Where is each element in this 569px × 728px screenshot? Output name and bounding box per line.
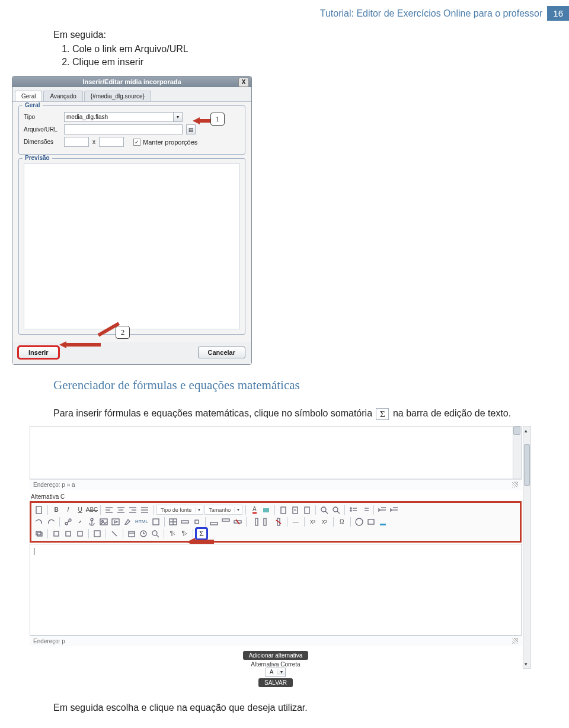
scroll-up-icon[interactable]: ▴ — [525, 428, 528, 434]
resize-handle-icon[interactable] — [512, 482, 518, 488]
media2-icon[interactable] — [366, 517, 376, 527]
table-icon[interactable] — [168, 517, 178, 527]
arquivo-url-input[interactable] — [64, 124, 183, 134]
tipo-select[interactable]: ▾ — [64, 112, 183, 122]
cancelar-button[interactable]: Cancelar — [198, 347, 245, 358]
layer-icon[interactable] — [34, 528, 44, 539]
superscript-icon[interactable]: x2 — [319, 517, 330, 527]
dim-height-input[interactable] — [99, 137, 124, 147]
editor-lower-textarea[interactable] — [30, 544, 522, 636]
attribs-icon[interactable] — [92, 528, 103, 539]
layer-back-icon[interactable] — [63, 528, 73, 539]
intro-step-2: Clique em inserir — [72, 57, 539, 68]
image-icon[interactable] — [98, 517, 109, 527]
tipo-value[interactable] — [64, 112, 173, 122]
text-color-icon[interactable]: A — [249, 505, 260, 515]
media-dialog-wrap: Inserir/Editar mídia incorporada X Geral… — [12, 76, 252, 365]
tab-source[interactable]: {#media_dlg.source} — [84, 91, 151, 101]
anchor-icon[interactable] — [87, 517, 97, 527]
close-button[interactable]: X — [238, 78, 249, 87]
code-icon[interactable] — [151, 517, 161, 527]
layer-forward-icon[interactable] — [51, 528, 62, 539]
outer-scrollbar[interactable]: ▴ ▾ — [523, 426, 531, 669]
hr-icon[interactable]: — — [290, 517, 301, 527]
bold-icon[interactable]: B — [51, 505, 62, 515]
col-after-icon[interactable] — [261, 517, 272, 527]
bg-color-icon[interactable] — [261, 505, 271, 515]
toolbar-row-3: ¶‹ ¶› Σ — [34, 528, 517, 540]
indent-icon[interactable] — [389, 505, 399, 515]
ltr-icon[interactable]: ¶‹ — [167, 528, 178, 539]
dim-width-input[interactable] — [64, 137, 89, 147]
align-left-icon[interactable] — [104, 505, 114, 515]
alt-correct-select[interactable]: A ▾ — [266, 668, 286, 677]
table-cell-icon[interactable] — [191, 517, 202, 527]
media-icon[interactable] — [110, 517, 121, 527]
row-before-icon[interactable] — [209, 517, 219, 527]
editor-upper-textarea[interactable] — [30, 426, 522, 479]
omega-icon[interactable]: Ω — [337, 517, 347, 527]
resize-handle-icon[interactable] — [512, 638, 518, 644]
add-alternative-button[interactable]: Adicionar alternativa — [243, 651, 309, 660]
manter-checkbox[interactable]: ✓ — [133, 139, 140, 146]
tab-avancado[interactable]: Avançado — [43, 91, 82, 101]
scroll-down-icon[interactable]: ▾ — [525, 661, 528, 667]
row-after-icon[interactable] — [220, 517, 231, 527]
svg-rect-64 — [94, 531, 100, 537]
paste-icon[interactable] — [278, 505, 289, 515]
emoticon-icon[interactable] — [354, 517, 365, 527]
svg-marker-41 — [114, 521, 117, 523]
browse-icon[interactable]: ▤ — [186, 124, 196, 134]
styleprops-icon[interactable] — [109, 528, 120, 539]
label-dimensoes: Dimensões — [24, 139, 60, 145]
number-list-icon[interactable] — [360, 505, 370, 515]
layer-abs-icon[interactable] — [75, 528, 85, 539]
align-justify-icon[interactable] — [139, 505, 150, 515]
inserir-button[interactable]: Inserir — [18, 347, 59, 358]
font-family-dropdown[interactable]: Tipo de fonte▾ — [156, 505, 203, 515]
cleanup-icon[interactable] — [122, 517, 133, 527]
paste-word-icon[interactable] — [302, 505, 312, 515]
outdent-icon[interactable] — [377, 505, 388, 515]
arrow-stem — [199, 119, 210, 123]
fieldset-previsao: Previsão — [18, 158, 245, 335]
align-right-icon[interactable] — [127, 505, 138, 515]
svg-marker-30 — [379, 509, 381, 511]
italic-icon[interactable]: I — [63, 505, 73, 515]
table-row-icon[interactable] — [180, 517, 190, 527]
col-before-icon[interactable] — [250, 517, 260, 527]
svg-point-20 — [333, 507, 338, 512]
editor-screenshot: Endereço: p » a Alternativa C B I U ABC … — [30, 426, 522, 688]
chevron-down-icon[interactable]: ▾ — [173, 112, 183, 122]
replace-icon[interactable] — [331, 505, 341, 515]
new-doc-icon[interactable] — [34, 505, 44, 515]
subscript-icon[interactable]: x2 — [308, 517, 318, 527]
underline-icon[interactable]: U — [75, 505, 85, 515]
col-delete-icon[interactable] — [273, 517, 284, 527]
tab-geral[interactable]: Geral — [15, 91, 42, 101]
link-icon[interactable] — [63, 517, 73, 527]
paste-text-icon[interactable] — [290, 505, 301, 515]
strikethrough-icon[interactable]: ABC — [87, 505, 97, 515]
bullet-list-icon[interactable] — [348, 505, 359, 515]
salvar-button[interactable]: SALVAR — [258, 678, 293, 687]
undo-icon[interactable] — [34, 517, 44, 527]
scrollbar-thumb[interactable] — [524, 444, 530, 486]
unlink-icon[interactable] — [75, 517, 85, 527]
time-icon[interactable] — [138, 528, 149, 539]
font-size-dropdown[interactable]: Tamanho▾ — [204, 505, 242, 515]
text-color2-icon[interactable] — [378, 517, 388, 527]
preview-icon[interactable] — [150, 528, 161, 539]
scrollbar-track[interactable] — [513, 426, 521, 479]
row-delete-icon[interactable] — [232, 517, 243, 527]
scrollbar-thumb[interactable] — [513, 426, 520, 435]
chevron-down-icon[interactable]: ▾ — [277, 669, 285, 675]
svg-rect-60 — [37, 533, 42, 536]
svg-point-24 — [350, 510, 351, 511]
align-center-icon[interactable] — [116, 505, 126, 515]
redo-icon[interactable] — [46, 517, 56, 527]
find-icon[interactable] — [319, 505, 330, 515]
html-icon[interactable]: HTML — [134, 517, 149, 527]
path-label-2: Endereço: p — [33, 638, 65, 644]
date-icon[interactable] — [126, 528, 137, 539]
